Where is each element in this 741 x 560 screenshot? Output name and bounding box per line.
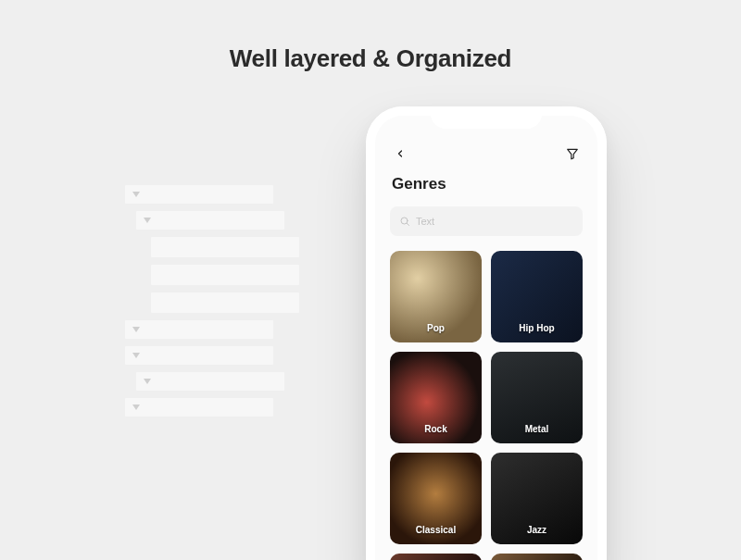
page-title: Genres — [390, 175, 583, 193]
phone-screen: Genres Pop Hip Hop Rock Metal Classical … — [375, 116, 597, 560]
genre-tile-metal[interactable]: Metal — [491, 352, 583, 443]
genre-label: Metal — [525, 424, 549, 434]
genre-grid-overflow — [390, 554, 583, 560]
phone-mockup: Genres Pop Hip Hop Rock Metal Classical … — [366, 106, 607, 560]
layer-row[interactable] — [151, 292, 299, 313]
layer-row[interactable] — [136, 372, 284, 391]
promo-headline: Well layered & Organized — [0, 44, 741, 73]
layer-row[interactable] — [151, 265, 299, 285]
genre-label: Jazz — [527, 525, 546, 535]
layer-row[interactable] — [125, 346, 273, 365]
phone-notch — [431, 106, 542, 129]
layers-panel — [125, 185, 310, 424]
search-icon — [399, 216, 410, 227]
genre-label: Pop — [427, 323, 445, 333]
svg-point-1 — [401, 218, 408, 224]
genre-label: Hip Hop — [519, 323, 554, 333]
layer-row[interactable] — [125, 320, 273, 339]
filter-button[interactable] — [564, 145, 581, 162]
genre-tile-partial[interactable] — [390, 554, 482, 560]
genre-grid: Pop Hip Hop Rock Metal Classical Jazz — [390, 251, 583, 544]
search-input-wrap[interactable] — [390, 206, 583, 236]
svg-marker-0 — [568, 149, 578, 159]
search-input[interactable] — [416, 216, 573, 227]
layer-row[interactable] — [125, 185, 273, 204]
svg-line-2 — [407, 223, 408, 225]
layer-row[interactable] — [151, 237, 299, 257]
back-button[interactable] — [392, 145, 408, 162]
genre-tile-classical[interactable]: Classical — [390, 453, 482, 544]
genre-tile-rock[interactable]: Rock — [390, 352, 482, 443]
genre-tile-jazz[interactable]: Jazz — [491, 453, 583, 544]
genre-tile-hiphop[interactable]: Hip Hop — [491, 251, 583, 342]
genre-label: Rock — [424, 424, 446, 434]
chevron-left-icon — [395, 148, 406, 159]
genre-tile-pop[interactable]: Pop — [390, 251, 482, 342]
layer-row[interactable] — [136, 211, 284, 230]
genre-label: Classical — [416, 525, 456, 535]
genre-tile-partial[interactable] — [491, 554, 583, 560]
layer-row[interactable] — [125, 398, 273, 417]
filter-icon — [566, 147, 579, 160]
topbar — [390, 142, 583, 175]
